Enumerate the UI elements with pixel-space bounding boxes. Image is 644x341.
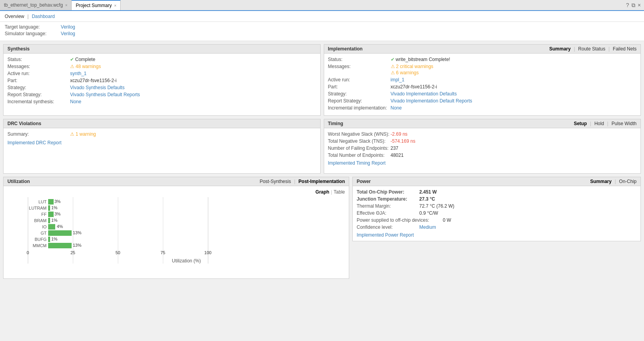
impl-critical-warnings[interactable]: ⚠2 critical warnings: [391, 64, 433, 69]
bar-chart-area: LUT 3% LUTRAM 1% FF: [7, 197, 345, 275]
nav-dashboard[interactable]: Dashboard: [32, 14, 55, 19]
bar-row-ff: FF 3%: [28, 211, 345, 217]
synth-report-strategy-val[interactable]: Vivado Synthesis Default Reports: [70, 92, 140, 97]
timing-total-ep-label: Total Number of Endpoints:: [328, 153, 391, 158]
impl-part-label: Part:: [328, 84, 391, 90]
close-window-icon[interactable]: ×: [638, 2, 641, 9]
synth-incremental-val[interactable]: None: [70, 99, 81, 104]
impl-tab-sep1: |: [574, 46, 575, 52]
power-title: Power: [357, 179, 371, 184]
power-header-tabs: Summary | On-Chip: [590, 179, 637, 184]
impl-tab-route[interactable]: Route Status: [578, 46, 605, 52]
drc-body: Summary: ⚠1 warning Implemented DRC Repo…: [4, 128, 320, 149]
synthesis-title: Synthesis: [7, 46, 30, 52]
chart-tab-graph[interactable]: Graph: [316, 189, 329, 195]
bar-fill-mmcm: [48, 243, 72, 248]
bar-row-gt: GT 13%: [28, 230, 345, 236]
bar-pct-bufg: 1%: [51, 237, 58, 241]
utilization-tab-post-synth[interactable]: Post-Synthesis: [260, 179, 291, 184]
utilization-tab-post-impl[interactable]: Post-Implementation: [298, 179, 345, 184]
timing-tab-pulse[interactable]: Pulse Width: [612, 121, 637, 126]
impl-status-label: Status:: [328, 57, 391, 62]
impl-title: Implementation: [328, 46, 363, 52]
power-confidence-val[interactable]: Medium: [419, 224, 436, 230]
synth-status-label: Status:: [7, 57, 70, 62]
restore-icon[interactable]: ⧉: [631, 2, 635, 9]
impl-tab-failed[interactable]: Failed Nets: [613, 46, 637, 52]
tab-project-summary[interactable]: Project Summary ×: [72, 0, 121, 10]
bar-label-bufg: BUFG: [28, 237, 47, 242]
impl-tab-summary[interactable]: Summary: [549, 46, 571, 52]
bar-fill-gt: [48, 230, 72, 236]
project-info: Target language: Verilog Simulator langu…: [0, 22, 644, 41]
impl-report-strategy-val[interactable]: Vivado Implementation Default Reports: [391, 98, 473, 104]
impl-incremental-val[interactable]: None: [391, 105, 402, 111]
bar-row-bram: BRAM 1%: [28, 217, 345, 224]
power-junction-val: 27.3 °C: [419, 196, 435, 202]
main-content: Synthesis Status: ✔Complete Messages: ⚠4…: [0, 41, 644, 340]
power-total-label: Total On-Chip Power:: [357, 189, 419, 195]
power-report-link[interactable]: Implemented Power Report: [357, 232, 414, 238]
synth-ok-icon: ✔: [70, 57, 74, 62]
tab-wcfg-close[interactable]: ×: [65, 3, 68, 7]
timing-tab-hold[interactable]: Hold: [594, 121, 604, 126]
timing-fail-ep-val: 237: [391, 145, 399, 151]
chart-tab-sep: |: [331, 189, 332, 195]
impl-warnings[interactable]: ⚠6 warnings: [391, 70, 433, 75]
bar-pct-mmcm: 13%: [73, 243, 81, 248]
synth-messages-label: Messages:: [7, 64, 70, 69]
bar-label-lut: LUT: [28, 199, 47, 204]
nav-sep: |: [27, 14, 29, 19]
power-confidence-label: Confidence level:: [357, 224, 419, 230]
power-total-val: 2.451 W: [419, 189, 437, 195]
synth-warn-icon: ⚠: [70, 64, 74, 69]
drc-report-link[interactable]: Implemented DRC Report: [7, 140, 61, 145]
power-tab-summary[interactable]: Summary: [590, 179, 612, 184]
chart-tab-table[interactable]: Table: [334, 189, 345, 195]
drc-summary-label: Summary:: [7, 131, 70, 137]
nav-overview[interactable]: Overview: [5, 14, 24, 19]
x-tick-100: 100: [204, 250, 211, 255]
impl-strategy-val[interactable]: Vivado Implementation Defaults: [391, 91, 457, 97]
bar-fill-bufg: [48, 237, 50, 242]
synth-strategy-label: Strategy:: [7, 85, 70, 90]
bar-label-ff: FF: [28, 212, 47, 217]
timing-wns-label: Worst Negative Slack (WNS):: [328, 131, 391, 137]
drc-panel: DRC Violations Summary: ⚠1 warning Imple…: [3, 119, 321, 174]
power-effective-val: 0.9 °C/W: [419, 210, 438, 216]
row-synthesis-impl: Synthesis Status: ✔Complete Messages: ⚠4…: [3, 44, 641, 116]
tab-wcfg-label: tb_ethernet_top_behav.wcfg: [4, 2, 63, 8]
timing-fail-ep-label: Number of Failing Endpoints:: [328, 145, 391, 151]
timing-report-link[interactable]: Implemented Timing Report: [328, 160, 386, 166]
tab-project-summary-close[interactable]: ×: [114, 4, 116, 8]
bar-row-bufg: BUFG 1%: [28, 236, 345, 242]
synth-active-run-val[interactable]: synth_1: [70, 71, 87, 76]
impl-status-val: ✔write_bitstream Complete!: [391, 57, 450, 62]
timing-header: Timing Setup | Hold | Pulse Width: [324, 119, 641, 128]
timing-tab-setup[interactable]: Setup: [574, 121, 587, 126]
x-tick-25: 25: [70, 250, 75, 255]
simulator-language-val[interactable]: Verilog: [61, 31, 75, 36]
target-language-val[interactable]: Verilog: [61, 24, 75, 30]
row-utilization-power: Utilization Post-Synthesis | Post-Implem…: [3, 177, 641, 279]
synth-strategy-val[interactable]: Vivado Synthesis Defaults: [70, 85, 124, 90]
impl-header: Implementation Summary | Route Status | …: [324, 45, 641, 54]
synth-active-run-label: Active run:: [7, 71, 70, 76]
impl-active-run-val[interactable]: impl_1: [391, 77, 404, 83]
power-tab-onchip[interactable]: On-Chip: [619, 179, 637, 184]
impl-critical-icon: ⚠: [391, 64, 395, 69]
drc-header: DRC Violations: [4, 119, 320, 128]
impl-part-val: xczu27dr-fsve1156-2-i: [391, 84, 437, 90]
tab-wcfg[interactable]: tb_ethernet_top_behav.wcfg ×: [0, 0, 72, 10]
power-header: Power Summary | On-Chip: [353, 177, 640, 186]
power-panel: Power Summary | On-Chip Total On-Chip Po…: [352, 177, 641, 241]
bar-pct-gt: 13%: [73, 230, 81, 235]
bar-label-lutram: LUTRAM: [28, 206, 47, 210]
bar-row-lut: LUT 3%: [28, 199, 345, 205]
synth-messages-val[interactable]: ⚠48 warnings: [70, 64, 101, 69]
help-icon[interactable]: ?: [626, 2, 629, 9]
utilization-header: Utilization Post-Synthesis | Post-Implem…: [4, 177, 349, 186]
impl-tab-sep2: |: [608, 46, 610, 52]
synth-status-val: ✔Complete: [70, 57, 95, 62]
bar-pct-lut: 3%: [54, 199, 61, 204]
